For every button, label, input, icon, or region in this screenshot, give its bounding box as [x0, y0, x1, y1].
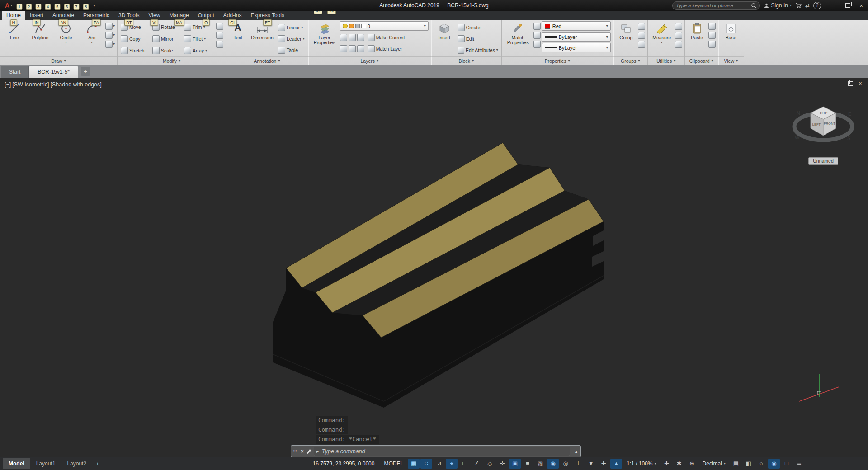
status-clean-screen[interactable]: □ — [781, 459, 793, 469]
compass-w[interactable]: W — [795, 135, 800, 140]
compass-e[interactable]: E — [848, 111, 851, 117]
viewport-view-control[interactable]: [SW Isometric] — [12, 81, 49, 88]
ribbon-tab-insert[interactable]: Insert IN — [25, 11, 48, 20]
app-store-cart-icon[interactable] — [795, 3, 802, 9]
annotation-scale-button[interactable]: 1:1 / 100%▾ — [623, 461, 660, 467]
status-object-snap[interactable]: ▣ — [509, 459, 521, 469]
match-properties-button[interactable]: Match Properties — [504, 21, 532, 46]
app-menu-button[interactable]: A ▾ — [3, 0, 14, 11]
modify-array[interactable]: Array ▾ — [183, 46, 215, 56]
viewcube-left-face[interactable]: LEFT — [812, 122, 821, 127]
close-button[interactable]: × — [854, 0, 868, 11]
viewcube-top-face[interactable]: TOP — [819, 111, 827, 115]
match-layer-button[interactable]: Match Layer — [367, 44, 403, 53]
layer-isolate[interactable] — [349, 34, 356, 41]
coordinates-display[interactable]: 16.7579, 23.2995, 0.0000 — [307, 461, 380, 467]
annotation-linear[interactable]: Linear ▾ — [277, 23, 306, 32]
layer-off[interactable] — [340, 34, 347, 41]
status-quick-properties[interactable]: ▤ — [730, 459, 742, 469]
ribbon-tab-manage[interactable]: Manage MA — [165, 11, 193, 20]
layer-unlock[interactable] — [349, 45, 356, 52]
drag-grip-icon[interactable]: ∷ — [291, 448, 299, 454]
layer-lock[interactable] — [340, 45, 347, 52]
compass-s[interactable]: S — [847, 136, 850, 141]
qat-customize-chevron-icon[interactable]: ▾ — [90, 3, 98, 8]
qat-undo[interactable]: ↶ 6 — [62, 0, 71, 10]
search-icon[interactable] — [751, 3, 757, 9]
customize-wrench-icon[interactable] — [306, 448, 312, 455]
layer-freeze[interactable] — [357, 34, 364, 41]
model-space-toggle[interactable]: MODEL — [380, 461, 407, 467]
status-dynamic-input[interactable]: ⌖ — [446, 459, 458, 469]
qat-open-file[interactable]: ▱ 2 — [24, 0, 33, 10]
viewcube-cube[interactable]: TOP LEFT FRONT — [811, 107, 836, 136]
modify-tool-explode[interactable] — [216, 32, 223, 39]
modify-stretch[interactable]: Stretch ▾ — [120, 46, 151, 56]
qat-save-as[interactable]: ▩ 4 — [43, 0, 52, 10]
restore-button[interactable] — [841, 0, 854, 11]
status-grid-display[interactable]: ▦ — [408, 459, 420, 469]
ribbon-tab-parametric[interactable]: Parametric PA — [79, 11, 114, 20]
close-icon[interactable]: × — [299, 448, 306, 455]
doc-close-button[interactable]: × — [856, 80, 864, 87]
status-lineweight-display[interactable]: ≡ — [522, 459, 533, 469]
recent-commands-icon[interactable]: ▴ — [572, 449, 580, 454]
layer-walk[interactable] — [357, 45, 364, 52]
status-selection-filtering[interactable]: ▼ — [585, 459, 597, 469]
status-selection-cycling[interactable]: ◉ — [547, 459, 559, 469]
modify-tool-erase[interactable] — [216, 23, 223, 30]
ribbon-tab-home[interactable]: Home H — [2, 11, 25, 20]
command-line[interactable]: ∷ × ▸ ▴ — [291, 445, 581, 457]
paste-button[interactable]: Paste — [687, 21, 707, 41]
ribbon-tab-annotate[interactable]: Annotate AN — [48, 11, 79, 20]
new-drawing-tab-button[interactable]: + — [81, 67, 90, 76]
panel-clipboard-expander[interactable]: Clipboard▾ — [685, 56, 718, 65]
qat-new-file[interactable]: □ 1 — [14, 0, 24, 10]
command-input[interactable] — [321, 448, 570, 455]
object-color-dropdown[interactable]: Red ▾ — [542, 21, 611, 31]
linetype-dropdown[interactable]: ByLayer ▾ — [542, 43, 611, 52]
ribbon-tab-view[interactable]: View VI — [144, 11, 165, 20]
object-color[interactable] — [533, 23, 541, 30]
draw-tool-hatch[interactable]: ▾ — [105, 41, 115, 48]
block-edit[interactable]: Edit ▾ — [457, 34, 499, 43]
layout-tab-layout1[interactable]: Layout1 — [30, 458, 61, 469]
status-isolate-objects[interactable]: ○ — [755, 459, 767, 469]
file-tab-start[interactable]: Start — [1, 66, 29, 78]
file-tab-bcr-15v1-5[interactable]: BCR-15v1-5* — [29, 66, 78, 78]
status-ortho-mode[interactable]: ∟ — [458, 459, 470, 469]
base-button[interactable]: Base — [721, 21, 741, 41]
status-object-snap-tracking[interactable]: ✛ — [496, 459, 508, 469]
paste-special[interactable] — [708, 41, 716, 48]
viewport-menu-control[interactable]: [−] — [5, 81, 11, 88]
ungroup[interactable] — [638, 23, 645, 30]
doc-minimize-button[interactable]: – — [836, 80, 844, 87]
named-view-dropdown[interactable]: Unnamed — [808, 157, 838, 165]
panel-groups-expander[interactable]: Groups▾ — [613, 56, 647, 65]
status-lock-ui[interactable]: ◧ — [743, 459, 755, 469]
viewcube[interactable]: N E S W TOP LEFT FRONT Unnamed — [789, 103, 857, 165]
status-3d-object-snap[interactable]: ◎ — [560, 459, 571, 469]
group-edit[interactable] — [638, 32, 645, 39]
qat-redo[interactable]: ↷ 7 — [71, 0, 81, 10]
copy-clip[interactable] — [708, 32, 716, 39]
panel-layers-expander[interactable]: Layers▾ — [308, 56, 431, 65]
modify-mirror[interactable]: Mirror ▾ — [151, 34, 183, 44]
doc-restore-button[interactable] — [846, 80, 854, 87]
block-edit-attributes[interactable]: Edit Attributes ▾ — [457, 45, 499, 55]
ribbon-tab-3d-tools[interactable]: 3D Tools DT — [114, 11, 144, 20]
qat-plot[interactable]: ▤ 5 — [52, 0, 62, 10]
drawing-area[interactable]: [−] [SW Isometric] [Shaded with edges] –… — [0, 78, 868, 457]
search-input[interactable] — [675, 2, 751, 9]
group-selection[interactable] — [638, 41, 645, 48]
ribbon-tab-output[interactable]: Output O — [193, 11, 219, 20]
modify-scale[interactable]: Scale ▾ — [151, 46, 183, 56]
quick-calc[interactable] — [675, 32, 682, 39]
qat-more-commands[interactable]: ⋯ 8 — [81, 0, 90, 10]
modify-copy[interactable]: Copy ▾ — [120, 34, 151, 44]
status-gizmo[interactable]: ✚ — [598, 459, 609, 469]
minimize-button[interactable]: – — [827, 0, 841, 11]
insert-button[interactable]: Insert — [434, 21, 455, 41]
cut[interactable] — [708, 23, 716, 30]
block-create[interactable]: Create ▾ — [457, 23, 499, 32]
